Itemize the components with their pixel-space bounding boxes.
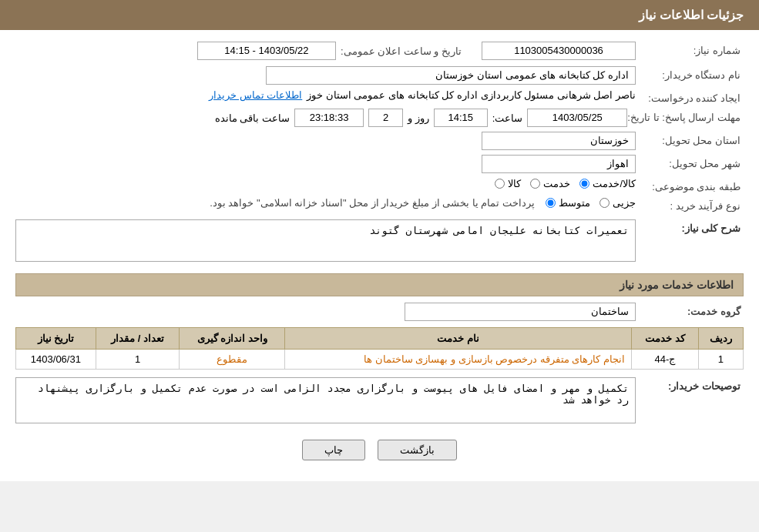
- radio-khedmat-input[interactable]: [530, 179, 540, 189]
- radio-motavaset[interactable]: متوسط: [546, 197, 590, 209]
- radio-kala-input[interactable]: [495, 179, 505, 189]
- radio-motavaset-label: متوسط: [559, 197, 590, 209]
- radio-kala-khedmat[interactable]: کالا/خدمت: [579, 178, 636, 189]
- radio-jozii-input[interactable]: [599, 198, 610, 208]
- chap-button[interactable]: چاپ: [302, 440, 365, 460]
- radio-jozii[interactable]: جزیی: [599, 197, 636, 209]
- services-table: ردیف کد خدمت نام خدمت واحد اندازه گیری ت…: [15, 327, 744, 370]
- radio-motavaset-input[interactable]: [546, 198, 556, 208]
- ijad-value: ناصر اصل شرهانی مسئول کاربردازی اداره کل…: [307, 89, 636, 101]
- content-area: شماره نیاز: 1103005430000036 تاریخ و ساع…: [0, 30, 759, 481]
- radio-jozii-label: جزیی: [613, 197, 636, 209]
- khedmat-value: ساختمان: [405, 303, 636, 321]
- cell-radif: 1: [698, 350, 743, 370]
- ijad-label: ایجاد کننده درخواست:: [636, 89, 744, 104]
- sharh-textarea[interactable]: [15, 219, 636, 262]
- row-tabaqe: طبقه بندی موضوعی: کالا/خدمت خدمت کالا: [15, 178, 744, 192]
- row-mohlet: مهلت ارسال پاسخ: تا تاریخ: 1403/05/25 سا…: [15, 109, 744, 127]
- shomara-val: 1103005430000036 تاریخ و ساعت اعلان عموم…: [15, 42, 636, 60]
- ostan-value: خوزستان: [482, 132, 636, 150]
- bazgasht-button[interactable]: بازگشت: [378, 440, 457, 460]
- col-kod: کد خدمت: [632, 328, 699, 350]
- shahr-label: شهر محل تحویل:: [636, 155, 744, 169]
- ostan-val: خوزستان: [15, 132, 636, 150]
- row-khedmat: گروه خدمت: ساختمان: [15, 303, 744, 321]
- shahr-val: اهواز: [15, 155, 636, 173]
- cell-tarikh: 1403/06/31: [16, 350, 96, 370]
- tabaqe-label: طبقه بندی موضوعی:: [636, 178, 744, 192]
- radio-kala-khedmat-input[interactable]: [579, 179, 589, 189]
- radio-kala-label: کالا: [508, 178, 521, 189]
- page-wrapper: جزئیات اطلاعات نیاز شماره نیاز: 11030054…: [0, 0, 759, 481]
- tarikh-value: 1403/05/22 - 14:15: [197, 42, 336, 60]
- nam-dastgah-value: اداره کل کتابخانه های عمومی استان خوزستا…: [266, 66, 636, 85]
- nooe-val: جزیی متوسط پرداخت تمام یا بخشی از مبلغ خ…: [15, 197, 636, 209]
- mohlet-date: 1403/05/25: [527, 109, 627, 127]
- mohlet-saat-label: ساعت:: [492, 112, 523, 124]
- radio-khedmat[interactable]: خدمت: [530, 178, 570, 189]
- tabaqe-radio-group: کالا/خدمت خدمت کالا: [495, 178, 636, 189]
- cell-tedad: 1: [96, 350, 180, 370]
- section-khedmat-title: اطلاعات خدمات مورد نیاز: [15, 273, 744, 296]
- radio-khedmat-label: خدمت: [543, 178, 570, 189]
- row-shomara: شماره نیاز: 1103005430000036 تاریخ و ساع…: [15, 42, 744, 60]
- row-nooe: نوع فرآیند خرید : جزیی متوسط پرداخت تمام…: [15, 197, 744, 212]
- tabaqe-val: کالا/خدمت خدمت کالا: [15, 178, 636, 189]
- tosif-label: توصیحات خریدار:: [636, 377, 744, 392]
- col-radif: ردیف: [698, 328, 743, 350]
- col-tarikh: تاریخ نیاز: [16, 328, 96, 350]
- ijad-val: ناصر اصل شرهانی مسئول کاربردازی اداره کل…: [15, 89, 636, 101]
- nam-dastgah-val: اداره کل کتابخانه های عمومی استان خوزستا…: [15, 66, 636, 85]
- mohlet-rooz-value: 2: [368, 109, 403, 127]
- row-nam-dastgah: نام دستگاه خریدار: اداره کل کتابخانه های…: [15, 66, 744, 85]
- row-ijad: ایجاد کننده درخواست: ناصر اصل شرهانی مسئ…: [15, 89, 744, 104]
- nam-dastgah-label: نام دستگاه خریدار:: [636, 66, 744, 81]
- khedmat-label: گروه خدمت:: [636, 303, 744, 317]
- row-tosif: توصیحات خریدار:: [15, 377, 744, 426]
- shahr-value: اهواز: [482, 155, 636, 173]
- row-shahr: شهر محل تحویل: اهواز: [15, 155, 744, 173]
- radio-kala-khedmat-label: کالا/خدمت: [593, 178, 636, 189]
- cell-vahed: مقطوع: [180, 350, 285, 370]
- cell-kod: ج-44: [632, 350, 699, 370]
- tarikh-label: تاریخ و ساعت اعلان عمومی:: [341, 45, 462, 57]
- radio-kala[interactable]: کالا: [495, 178, 521, 189]
- col-vahed: واحد اندازه گیری: [180, 328, 285, 350]
- row-ostan: استان محل تحویل: خوزستان: [15, 132, 744, 150]
- mohlet-maande: 23:18:33: [294, 109, 364, 127]
- nooe-description: پرداخت تمام یا بخشی از مبلغ خریدار از مح…: [210, 197, 535, 209]
- mohlet-maande-label: ساعت باقی مانده: [215, 112, 290, 124]
- page-header: جزئیات اطلاعات نیاز: [0, 0, 759, 30]
- shomara-value: 1103005430000036: [482, 42, 636, 60]
- cell-nam: انجام کارهای متفرقه درخصوص بازسازی و بهس…: [285, 350, 632, 370]
- btn-row: بازگشت چاپ: [15, 440, 744, 460]
- nooe-radio-group: جزیی متوسط: [546, 197, 636, 209]
- nooe-label: نوع فرآیند خرید :: [636, 197, 744, 212]
- mohlet-rooz-label: روز و: [408, 112, 429, 124]
- tosif-val: [15, 377, 636, 426]
- mohlet-saat: 14:15: [434, 109, 488, 127]
- khedmat-val: ساختمان: [15, 303, 636, 321]
- table-row: 1 ج-44 انجام کارهای متفرقه درخصوص بازساز…: [16, 350, 744, 370]
- col-nam: نام خدمت: [285, 328, 632, 350]
- ostan-label: استان محل تحویل:: [636, 132, 744, 146]
- sharh-val: [15, 219, 636, 264]
- shomara-label: شماره نیاز:: [636, 42, 744, 56]
- table-header-row: ردیف کد خدمت نام خدمت واحد اندازه گیری ت…: [16, 328, 744, 350]
- mohlet-label: مهلت ارسال پاسخ: تا تاریخ:: [627, 109, 744, 123]
- mohlet-val: 1403/05/25 ساعت: 14:15 روز و 2 23:18:33 …: [15, 109, 627, 127]
- row-sharh: شرح کلی نیاز:: [15, 219, 744, 264]
- header-title: جزئیات اطلاعات نیاز: [639, 8, 744, 22]
- col-tedad: تعداد / مقدار: [96, 328, 180, 350]
- ijad-link[interactable]: اطلاعات تماس خریدار: [209, 89, 302, 101]
- sharh-label: شرح کلی نیاز:: [636, 219, 744, 234]
- tosif-textarea[interactable]: [15, 377, 636, 423]
